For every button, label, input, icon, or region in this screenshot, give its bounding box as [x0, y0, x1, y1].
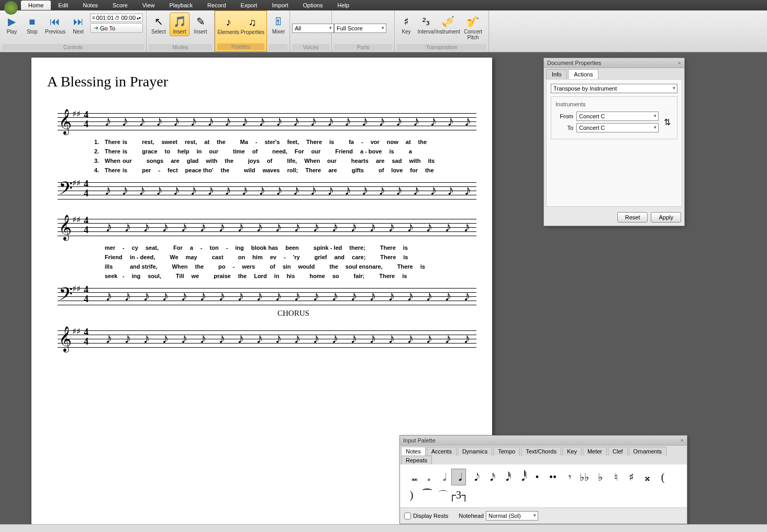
lyric-syllable[interactable]: roll; [287, 165, 298, 175]
lyric-syllable[interactable]: on [238, 252, 245, 262]
note-button-7[interactable]: 𝅘𝅥𝅱 [514, 469, 529, 485]
lyric-syllable[interactable]: is [123, 137, 127, 147]
lyric-syllable[interactable]: There [306, 137, 322, 147]
lyric-syllable[interactable]: When [304, 156, 320, 165]
lyric-syllable[interactable]: a - bove [360, 147, 382, 156]
lyric-syllable[interactable]: ing [132, 271, 141, 281]
lyric-syllable[interactable]: are [376, 156, 385, 165]
reset-button[interactable]: Reset [617, 212, 648, 223]
lyric-syllable[interactable]: For [295, 147, 304, 156]
notehead-dropdown[interactable]: Normal (Sol) [486, 511, 538, 520]
lyric-syllable[interactable]: There [305, 165, 321, 175]
lyric-syllable[interactable]: mer [105, 243, 115, 252]
ip-tab-key[interactable]: Key [562, 447, 582, 456]
lyric-syllable[interactable]: spink - led [314, 243, 342, 252]
lyric-syllable[interactable]: is [123, 165, 127, 175]
lyric-syllable[interactable]: Friend [105, 252, 115, 262]
lyric-syllable[interactable]: there; [349, 243, 365, 252]
lyric-syllable[interactable]: is [403, 243, 408, 252]
menu-view[interactable]: View [135, 1, 162, 10]
lyric-syllable[interactable]: fa [349, 137, 354, 147]
lyric-syllable[interactable]: There [380, 252, 396, 262]
ip-tab-ornaments[interactable]: Ornaments [629, 447, 666, 456]
lyric-syllable[interactable]: his [286, 271, 295, 281]
lyric-syllable[interactable]: may [186, 252, 197, 262]
menu-import[interactable]: Import [264, 1, 295, 10]
insert2-mode-button[interactable]: ✎Insert [191, 13, 210, 36]
lyric-syllable[interactable]: is [123, 147, 127, 156]
ip-tab-repeats[interactable]: Repeats [401, 456, 432, 464]
lyric-syllable[interactable]: There [105, 165, 115, 175]
lyric-syllable[interactable]: per [142, 165, 151, 175]
note-button-14[interactable]: ♯ [624, 469, 639, 485]
doc-props-tab-info[interactable]: Info [546, 69, 567, 79]
lyric-syllable[interactable]: feet, [287, 137, 299, 147]
lyric-syllable[interactable]: so [332, 271, 339, 281]
select-mode-button[interactable]: ↖Select [149, 13, 169, 36]
lyric-syllable[interactable]: po [218, 262, 225, 271]
lyric-syllable[interactable]: praise [214, 271, 230, 281]
lyric-syllable[interactable]: glad [187, 156, 199, 165]
lyric-syllable[interactable]: in [274, 271, 280, 281]
horizontal-scrollbar[interactable] [0, 524, 767, 532]
next-button[interactable]: ⏭Next [69, 13, 88, 36]
lyric-syllable[interactable]: our [123, 156, 132, 165]
lyric-syllable[interactable]: ton [210, 243, 219, 252]
lyric-syllable[interactable]: When [105, 156, 115, 165]
lyric-syllable[interactable]: seat, [146, 243, 159, 252]
close-icon[interactable]: × [681, 437, 684, 444]
lyric-syllable[interactable]: waves [262, 165, 280, 175]
lyric-syllable[interactable]: its [428, 156, 435, 165]
lyric-syllable[interactable]: the [217, 137, 226, 147]
note-button-13[interactable]: ♮ [608, 469, 623, 485]
lyric-syllable[interactable]: are [171, 156, 180, 165]
lyric-syllable[interactable]: joys [248, 156, 260, 165]
ip-tab-textchords[interactable]: Text/Chords [521, 447, 561, 456]
lyric-syllable[interactable]: our [312, 147, 321, 156]
lyric-syllable[interactable]: the [225, 156, 234, 165]
close-icon[interactable]: × [678, 60, 681, 66]
note-button-2[interactable]: 𝅗𝅥 [436, 469, 450, 485]
lyric-syllable[interactable]: need, [272, 147, 287, 156]
lyric-syllable[interactable]: for [410, 165, 418, 175]
to-dropdown[interactable]: Concert C [576, 123, 659, 132]
lyric-syllable[interactable]: in - deed, [130, 252, 155, 262]
lyric-syllable[interactable]: is [403, 252, 408, 262]
lyric-syllable[interactable]: cy [132, 243, 138, 252]
lyric-syllable[interactable]: at [406, 137, 411, 147]
lyric-syllable[interactable]: now [387, 137, 398, 147]
parts-dropdown[interactable]: Full Score [334, 24, 386, 33]
properties-palette-button[interactable]: ♫Properties [240, 13, 264, 37]
lyric-syllable[interactable]: - [232, 262, 235, 271]
lyric-syllable[interactable]: at [204, 137, 209, 147]
lyric-syllable[interactable]: life, [287, 156, 297, 165]
lyric-syllable[interactable]: with [409, 156, 420, 165]
transpose-key-button[interactable]: ♯Key [397, 13, 416, 36]
note-button-12[interactable]: ♭ [593, 469, 607, 485]
lyric-syllable[interactable]: and strife, [130, 262, 158, 271]
lyric-syllable[interactable]: - [284, 252, 286, 262]
lyric-syllable[interactable]: There [397, 262, 413, 271]
note-button-4[interactable]: 𝅘𝅥𝅮 [467, 469, 482, 485]
menu-help[interactable]: Help [330, 1, 357, 10]
ip-tab-dynamics[interactable]: Dynamics [458, 447, 492, 456]
lyric-syllable[interactable]: peace tho' [185, 165, 214, 175]
lyric-syllable[interactable]: the [221, 165, 230, 175]
lyric-syllable[interactable]: soul, [148, 271, 161, 281]
note-button-16[interactable]: ( [655, 469, 670, 485]
note-button-6[interactable]: 𝅘𝅥𝅰 [498, 469, 513, 485]
lyric-syllable[interactable]: 'ry [293, 252, 300, 262]
menu-notes[interactable]: Notes [75, 1, 105, 10]
note-button-0[interactable]: 𝅜 [404, 469, 419, 485]
lyric-syllable[interactable]: Friend [335, 147, 353, 156]
previous-button[interactable]: ⏮Previous [43, 13, 68, 36]
lyric-syllable[interactable]: the [418, 137, 427, 147]
note-button-17[interactable]: ) [404, 486, 419, 503]
lyric-syllable[interactable]: ills [105, 262, 115, 271]
menu-export[interactable]: Export [234, 1, 265, 10]
lyric-syllable[interactable]: a [409, 147, 412, 156]
lyric-syllable[interactable]: Till [176, 271, 184, 281]
lyric-syllable[interactable]: is [402, 271, 407, 281]
lyric-syllable[interactable]: songs [147, 156, 163, 165]
lyric-syllable[interactable]: ev [270, 252, 276, 262]
